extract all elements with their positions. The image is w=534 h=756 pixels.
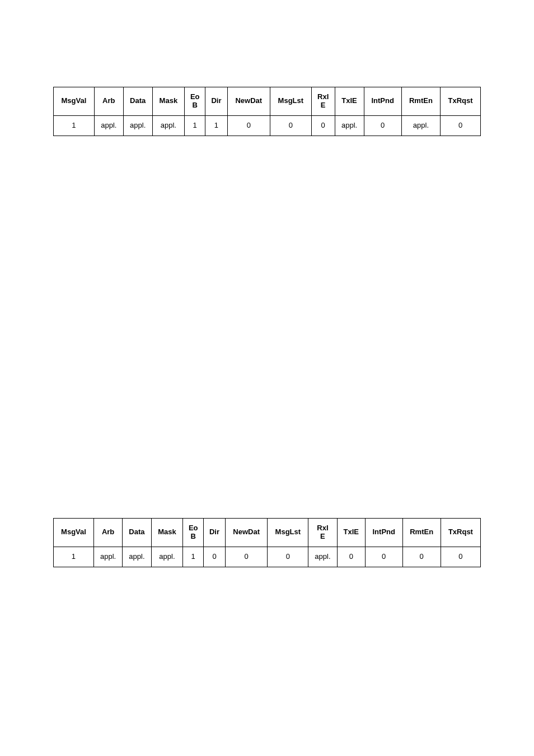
cell: 0 (441, 547, 480, 567)
cell: 0 (337, 547, 365, 567)
table-header-row: MsgVal Arb Data Mask EoB Dir NewDat MsgL… (54, 519, 481, 547)
cell: 0 (270, 115, 311, 136)
col-txrqst: TxRqst (441, 87, 481, 116)
col-msgval: MsgVal (54, 519, 94, 547)
col-msglst: MsgLst (270, 87, 311, 116)
col-dir: Dir (204, 519, 226, 547)
table-header-row: MsgVal Arb Data Mask EoB Dir NewDat MsgL… (54, 87, 481, 116)
col-rmten: RmtEn (401, 87, 440, 116)
cell: appl. (123, 115, 152, 136)
cell: 1 (183, 547, 204, 567)
cell: 0 (402, 547, 441, 567)
col-intpnd: IntPnd (364, 87, 401, 116)
cell: appl. (93, 547, 122, 567)
can-config-table-2: MsgVal Arb Data Mask EoB Dir NewDat MsgL… (53, 518, 481, 567)
page: MsgVal Arb Data Mask EoB Dir NewDat MsgL… (0, 0, 534, 756)
col-data: Data (123, 519, 151, 547)
col-dir: Dir (205, 87, 227, 116)
col-newdat: NewDat (227, 87, 270, 116)
col-rxie: RxIE (308, 519, 337, 547)
col-mask: Mask (152, 87, 184, 116)
col-eob: EoB (183, 519, 204, 547)
col-rxie: RxIE (311, 87, 335, 116)
col-newdat: NewDat (225, 519, 268, 547)
table-row: 1 appl. appl. appl. 1 1 0 0 0 appl. 0 ap… (54, 115, 481, 136)
col-eob: EoB (185, 87, 205, 116)
cell: 1 (54, 115, 95, 136)
cell: appl. (335, 115, 364, 136)
cell: 0 (268, 547, 308, 567)
col-mask: Mask (151, 519, 183, 547)
cell: appl. (401, 115, 440, 136)
col-msglst: MsgLst (268, 519, 308, 547)
col-arb: Arb (94, 87, 123, 116)
col-data: Data (123, 87, 152, 116)
cell: 0 (311, 115, 335, 136)
cell: 0 (225, 547, 268, 567)
col-txie: TxIE (337, 519, 365, 547)
cell: 0 (204, 547, 226, 567)
cell: appl. (151, 547, 183, 567)
cell: 1 (185, 115, 205, 136)
cell: 1 (54, 547, 94, 567)
col-rmten: RmtEn (402, 519, 441, 547)
cell: appl. (308, 547, 337, 567)
cell: 0 (441, 115, 481, 136)
col-txrqst: TxRqst (441, 519, 480, 547)
col-txie: TxIE (335, 87, 364, 116)
cell: appl. (94, 115, 123, 136)
cell: 0 (364, 115, 401, 136)
col-msgval: MsgVal (54, 87, 95, 116)
cell: 1 (205, 115, 227, 136)
col-intpnd: IntPnd (365, 519, 402, 547)
col-arb: Arb (93, 519, 122, 547)
cell: appl. (123, 547, 151, 567)
cell: 0 (365, 547, 402, 567)
can-config-table-1: MsgVal Arb Data Mask EoB Dir NewDat MsgL… (53, 87, 481, 136)
cell: appl. (152, 115, 184, 136)
cell: 0 (227, 115, 270, 136)
table-row: 1 appl. appl. appl. 1 0 0 0 appl. 0 0 0 … (54, 547, 481, 567)
